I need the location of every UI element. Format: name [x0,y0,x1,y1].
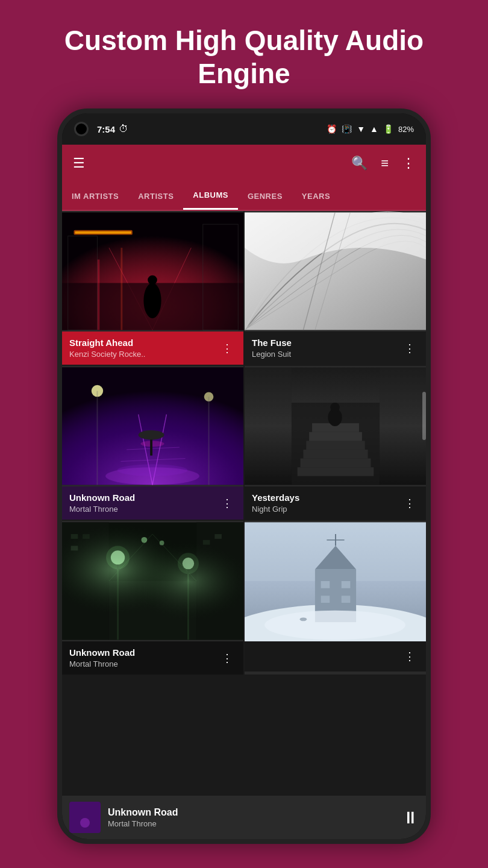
svg-rect-35 [303,450,368,459]
album-text-arctic [252,656,401,657]
toolbar-right: 🔍 ≡ ⋮ [351,156,415,171]
svg-rect-33 [298,468,374,477]
vibrate-icon: 📳 [342,124,352,134]
svg-rect-63 [62,523,243,640]
pause-button[interactable]: ⏸ [402,808,419,828]
now-playing-bar[interactable]: Unknown Road Mortal Throne ⏸ [62,796,426,839]
svg-rect-36 [306,441,364,450]
svg-point-76 [300,618,307,621]
status-right: ⏰ 📳 ▼ ▲ 🔋 82% [327,124,414,134]
svg-point-7 [143,283,161,318]
timer-icon: ⏱ [119,124,128,134]
album-subtitle-fuse: Legion Suit [252,350,401,359]
album-item-straight-ahead[interactable]: Straight Ahead Kenzi Society Rocke.. ⋮ [62,211,243,365]
album-subtitle-straight-ahead: Kenzi Society Rocke.. [69,350,218,359]
svg-rect-42 [380,368,426,485]
album-info-yesterdays: Yesterdays Night Grip ⋮ [245,486,426,520]
album-grid: Straight Ahead Kenzi Society Rocke.. ⋮ [62,211,426,675]
svg-rect-6 [120,248,122,330]
album-title-fuse: The Fuse [252,338,401,348]
album-subtitle-unknown-road: Mortal Throne [69,505,218,514]
tab-artists[interactable]: ARTISTS [128,182,183,210]
tab-im-artists[interactable]: IM ARTISTS [62,182,128,210]
album-subtitle-unknown-road-2: Mortal Throne [69,659,218,668]
svg-rect-12 [75,231,131,234]
page-header-title: Custom High Quality Audio Engine [0,0,488,108]
album-more-straight-ahead[interactable]: ⋮ [218,339,236,357]
battery-icon: 🔋 [383,124,393,134]
svg-rect-29 [150,438,152,456]
camera [74,122,89,136]
filter-icon[interactable]: ≡ [381,156,389,171]
now-playing-thumbnail [69,802,101,833]
album-text-unknown-road: Unknown Road Mortal Throne [69,492,218,514]
album-text-fuse: The Fuse Legion Suit [252,338,401,359]
album-info-fuse: The Fuse Legion Suit ⋮ [245,332,426,365]
phone-frame: 7:54 ⏱ ⏰ 📳 ▼ ▲ 🔋 82% ☰ 🔍 ≡ ⋮ IM ARTISTS … [57,108,431,844]
svg-rect-78 [69,802,101,833]
album-subtitle-yesterdays: Night Grip [252,505,401,514]
toolbar-left: ☰ [73,156,85,171]
album-title-unknown-road-2: Unknown Road [69,647,218,658]
album-title-yesterdays: Yesterdays [252,492,401,503]
scroll-indicator [422,392,426,440]
album-item-unknown-road[interactable]: Unknown Road Mortal Throne ⋮ [62,366,243,520]
svg-rect-41 [245,368,292,485]
svg-point-8 [148,275,157,285]
svg-point-30 [139,430,164,440]
album-item-yesterdays[interactable]: Yesterdays Night Grip ⋮ [245,366,426,520]
svg-rect-73 [321,596,330,603]
album-text-yesterdays: Yesterdays Night Grip [252,492,401,514]
svg-point-79 [80,818,90,828]
tab-years[interactable]: YEARS [292,182,340,210]
svg-point-75 [264,611,405,640]
album-title-unknown-road: Unknown Road [69,492,218,503]
album-more-yesterdays[interactable]: ⋮ [401,494,419,512]
menu-icon[interactable]: ☰ [73,156,85,171]
album-info-unknown-road-2: Unknown Road Mortal Throne ⋮ [62,641,243,675]
svg-rect-5 [97,260,99,330]
album-more-arctic[interactable]: ⋮ [401,647,419,665]
album-item-fuse[interactable]: The Fuse Legion Suit ⋮ [245,211,426,365]
wifi-icon: ▼ [357,124,365,134]
status-left: 7:54 ⏱ [74,122,128,136]
album-text-straight-ahead: Straight Ahead Kenzi Society Rocke.. [69,338,218,359]
svg-point-23 [117,465,188,476]
battery-level: 82% [398,125,414,134]
album-item-unknown-road-2[interactable]: Unknown Road Mortal Throne ⋮ [62,521,243,675]
album-item-arctic[interactable]: ⋮ [245,521,426,675]
signal-icon: ▲ [370,124,378,134]
now-playing-controls: ⏸ [402,808,419,828]
tabs-bar: IM ARTISTS ARTISTS ALBUMS GENRES YEARS [62,182,426,211]
status-time: 7:54 [97,124,115,134]
now-playing-artist: Mortal Throne [108,819,395,828]
more-options-icon[interactable]: ⋮ [402,156,415,171]
album-title-straight-ahead: Straight Ahead [69,338,218,348]
tab-albums[interactable]: ALBUMS [183,182,238,210]
album-text-unknown-road-2: Unknown Road Mortal Throne [69,647,218,668]
album-info-arctic: ⋮ [245,641,426,671]
now-playing-title: Unknown Road [108,807,395,818]
album-more-unknown-road-2[interactable]: ⋮ [218,649,236,667]
search-icon[interactable]: 🔍 [351,156,368,171]
svg-rect-72 [342,581,351,588]
alarm-icon: ⏰ [327,124,337,134]
content-area: Straight Ahead Kenzi Society Rocke.. ⋮ [62,211,426,796]
toolbar: ☰ 🔍 ≡ ⋮ [62,145,426,182]
status-bar: 7:54 ⏱ ⏰ 📳 ▼ ▲ 🔋 82% [62,113,426,145]
svg-rect-71 [321,581,330,588]
svg-rect-74 [342,596,351,603]
svg-rect-34 [301,459,371,468]
tab-genres[interactable]: GENRES [238,182,292,210]
svg-point-40 [330,403,340,412]
album-more-unknown-road[interactable]: ⋮ [218,494,236,512]
album-info-unknown-road: Unknown Road Mortal Throne ⋮ [62,486,243,520]
album-more-fuse[interactable]: ⋮ [401,339,419,357]
svg-rect-37 [309,432,362,441]
album-info-straight-ahead: Straight Ahead Kenzi Society Rocke.. ⋮ [62,332,243,365]
now-playing-info: Unknown Road Mortal Throne [108,807,395,828]
